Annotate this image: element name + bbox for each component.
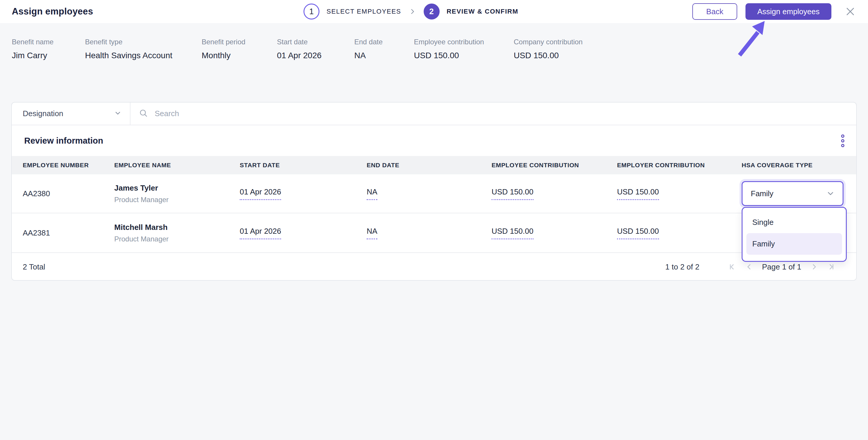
employee-name: James Tyler — [114, 183, 158, 193]
employee-designation: Product Manager — [114, 235, 168, 243]
range-label: 1 to 2 of 2 — [665, 262, 700, 271]
search-box — [130, 102, 856, 125]
chevron-down-icon — [114, 109, 122, 118]
start-date-cell: 01 Apr 2026 — [240, 174, 367, 213]
header-actions: Back Assign employees — [692, 0, 857, 23]
col-employee-contribution: EMPLOYEE CONTRIBUTION — [492, 162, 617, 169]
summary-start-date: Start date 01 Apr 2026 — [277, 38, 321, 60]
first-page-icon[interactable] — [727, 262, 737, 272]
last-page-icon[interactable] — [826, 262, 836, 272]
step-1-circle: 1 — [304, 4, 319, 20]
stepper-chevron-icon — [409, 8, 416, 15]
designation-dropdown[interactable]: Designation — [12, 102, 130, 125]
summary-label: Start date — [277, 38, 321, 46]
assign-employees-button[interactable]: Assign employees — [745, 3, 831, 20]
table-row: AA2381 Mitchell Marsh Product Manager 01… — [12, 213, 856, 253]
summary-label: Company contribution — [514, 38, 583, 46]
assign-employees-modal: Assign employees 1 SELECT EMPLOYEES 2 RE… — [0, 0, 868, 440]
page-indicator: Page 1 of 1 — [762, 262, 801, 271]
back-button[interactable]: Back — [692, 3, 737, 20]
step-2-label: REVIEW & CONFIRM — [447, 8, 519, 16]
summary-label: End date — [354, 38, 383, 46]
summary-value: 01 Apr 2026 — [277, 51, 321, 60]
summary-value: USD 150.00 — [414, 51, 484, 60]
filter-bar: Designation — [12, 102, 856, 125]
employee-contribution-cell: USD 150.00 — [492, 174, 617, 213]
section-title: Review information — [24, 136, 103, 146]
summary-label: Benefit name — [12, 38, 54, 46]
summary-company-contribution: Company contribution USD 150.00 — [514, 38, 583, 60]
page-title: Assign employees — [12, 0, 93, 23]
col-employee-number: EMPLOYEE NUMBER — [23, 162, 114, 169]
benefit-summary: Benefit name Jim Carry Benefit type Heal… — [0, 38, 868, 70]
chevron-down-icon — [826, 189, 835, 198]
pagination: 1 to 2 of 2 Page 1 of 1 — [665, 262, 840, 272]
summary-end-date: End date NA — [354, 38, 383, 60]
employee-contribution-editable[interactable]: USD 150.00 — [492, 187, 533, 200]
top-bar: Assign employees 1 SELECT EMPLOYEES 2 RE… — [0, 0, 868, 23]
col-employer-contribution: EMPLOYER CONTRIBUTION — [617, 162, 742, 169]
summary-label: Benefit type — [85, 38, 173, 46]
employer-contribution-cell: USD 150.00 — [617, 213, 742, 252]
end-date-editable[interactable]: NA — [367, 187, 377, 200]
table-header-row: EMPLOYEE NUMBER EMPLOYEE NAME START DATE… — [12, 156, 856, 174]
summary-benefit-type: Benefit type Health Savings Account — [85, 38, 173, 60]
dropdown-option-single[interactable]: Single — [746, 212, 842, 233]
step-select-employees[interactable]: 1 SELECT EMPLOYEES — [304, 4, 401, 20]
summary-label: Employee contribution — [414, 38, 484, 46]
step-review-confirm[interactable]: 2 REVIEW & CONFIRM — [424, 4, 519, 20]
summary-value: Jim Carry — [12, 51, 54, 60]
start-date-editable[interactable]: 01 Apr 2026 — [240, 187, 281, 200]
hsa-coverage-value: Family — [743, 189, 774, 198]
designation-label: Designation — [23, 109, 63, 118]
employee-number-cell: AA2380 — [23, 174, 114, 213]
summary-value: NA — [354, 51, 383, 60]
end-date-editable[interactable]: NA — [367, 227, 377, 239]
total-count: 2 Total — [23, 262, 45, 271]
table-footer: 2 Total 1 to 2 of 2 Page 1 of 1 — [12, 253, 856, 281]
employee-name-cell: James Tyler Product Manager — [114, 174, 240, 213]
previous-page-icon[interactable] — [744, 262, 754, 272]
employee-contribution-editable[interactable]: USD 150.00 — [492, 227, 533, 239]
step-1-label: SELECT EMPLOYEES — [327, 8, 401, 16]
summary-benefit-period: Benefit period Monthly — [202, 38, 245, 60]
employer-contribution-editable[interactable]: USD 150.00 — [617, 187, 659, 200]
employee-designation: Product Manager — [114, 196, 168, 204]
kebab-menu-icon[interactable] — [839, 132, 847, 149]
col-start-date: START DATE — [240, 162, 367, 169]
review-table-card: Designation Review information EMPLOYEE … — [11, 102, 857, 281]
start-date-editable[interactable]: 01 Apr 2026 — [240, 227, 281, 239]
step-2-circle: 2 — [424, 4, 440, 20]
employee-name-cell: Mitchell Marsh Product Manager — [114, 213, 240, 252]
employee-number-cell: AA2381 — [23, 213, 114, 252]
employee-contribution-cell: USD 150.00 — [492, 213, 617, 252]
employee-name: Mitchell Marsh — [114, 223, 168, 232]
search-input[interactable] — [154, 105, 856, 123]
stepper: 1 SELECT EMPLOYEES 2 REVIEW & CONFIRM — [304, 0, 519, 23]
next-page-icon[interactable] — [809, 262, 819, 272]
hsa-coverage-select[interactable]: Family — [742, 181, 843, 206]
table-row: AA2380 James Tyler Product Manager 01 Ap… — [12, 174, 856, 213]
col-end-date: END DATE — [367, 162, 492, 169]
end-date-cell: NA — [367, 174, 492, 213]
close-icon[interactable] — [844, 5, 857, 18]
summary-value: Monthly — [202, 51, 245, 60]
col-hsa-coverage-type: HSA COVERAGE TYPE — [742, 162, 856, 169]
hsa-coverage-dropdown-panel: Single Family — [742, 207, 847, 262]
section-header: Review information — [12, 125, 856, 156]
employer-contribution-editable[interactable]: USD 150.00 — [617, 227, 659, 239]
dropdown-option-family[interactable]: Family — [746, 233, 842, 255]
employer-contribution-cell: USD 150.00 — [617, 174, 742, 213]
start-date-cell: 01 Apr 2026 — [240, 213, 367, 252]
summary-benefit-name: Benefit name Jim Carry — [12, 38, 54, 60]
summary-value: Health Savings Account — [85, 51, 173, 60]
end-date-cell: NA — [367, 213, 492, 252]
search-icon — [139, 109, 148, 119]
summary-label: Benefit period — [202, 38, 245, 46]
col-employee-name: EMPLOYEE NAME — [114, 162, 240, 169]
summary-employee-contribution: Employee contribution USD 150.00 — [414, 38, 484, 60]
summary-value: USD 150.00 — [514, 51, 583, 60]
